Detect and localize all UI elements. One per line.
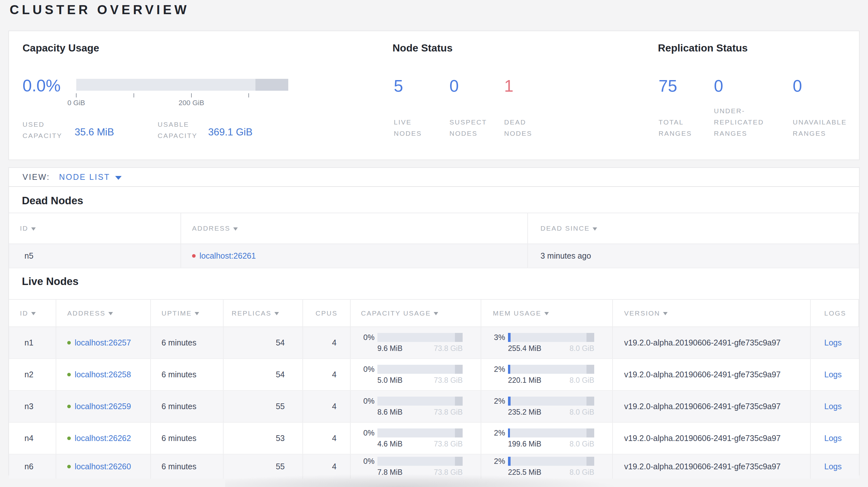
column-header-label: VERSION (624, 310, 660, 317)
capacity-meter: 0% (360, 333, 463, 342)
capacity-meter-reserved (455, 457, 463, 466)
logs-cell: Logs (811, 423, 859, 454)
sort-desc-icon (434, 312, 438, 315)
node-address-link[interactable]: localhost:26259 (75, 402, 131, 411)
mem-used-value: 255.4 MiB (508, 344, 541, 353)
column-header[interactable]: VERSION (613, 300, 811, 326)
column-header-label: MEM USAGE (493, 310, 541, 317)
capacity-meter: 0% (360, 397, 463, 405)
capacity-meter-track (377, 333, 463, 342)
node-address-cell: localhost:26261 (181, 244, 528, 268)
logs-link[interactable]: Logs (824, 462, 842, 471)
view-label: VIEW: (23, 172, 50, 182)
mem-used-value: 225.5 MiB (508, 468, 541, 477)
column-header-label: ADDRESS (192, 225, 230, 232)
chevron-down-icon (115, 176, 122, 180)
node-address-link[interactable]: localhost:26258 (75, 370, 131, 379)
column-header[interactable]: ADDRESS (56, 300, 151, 326)
table-row: n1 localhost:26257 6 minutes 54 4 0% (9, 327, 859, 359)
axis-tick-mark (191, 93, 192, 97)
mem-total-value: 8.0 GiB (569, 344, 594, 353)
node-id-cell: n1 (9, 327, 56, 358)
column-header[interactable]: ID (9, 300, 56, 326)
view-selector-dropdown[interactable]: NODE LIST (59, 172, 122, 182)
capacity-total-value: 73.8 GiB (434, 468, 463, 477)
logs-link[interactable]: Logs (824, 370, 842, 379)
sort-desc-icon (544, 312, 549, 315)
version-cell: v19.2.0-alpha.20190606-2491-gfe735c9a97 (613, 391, 811, 422)
uptime-cell: 6 minutes (151, 391, 224, 422)
stat-value: 5 (394, 76, 450, 96)
stat-label: TOTAL RANGES (658, 107, 692, 139)
column-header[interactable]: DEAD SINCE (528, 213, 859, 244)
logs-link[interactable]: Logs (824, 338, 842, 347)
column-header-label: UPTIME (161, 310, 192, 317)
capacity-meter: 0% (360, 365, 463, 374)
capacity-meter-reserved (455, 397, 463, 405)
stat-value: 0 (450, 76, 504, 96)
live-nodes-heading: Live Nodes (22, 274, 859, 289)
capacity-meter-track (377, 457, 463, 466)
column-header: LOGS (811, 300, 859, 326)
mem-usage-cell: 2% 235.2 MiB 8.0 GiB (481, 391, 613, 422)
uptime-cell: 6 minutes (151, 359, 224, 390)
mem-meter: 2% (491, 365, 594, 374)
column-header[interactable]: MEM USAGE (481, 300, 613, 326)
mem-meter-fill (508, 397, 510, 405)
column-header[interactable]: ID (9, 213, 181, 244)
dead-node-dot-icon (192, 254, 196, 258)
node-address-link[interactable]: localhost:26261 (199, 251, 256, 261)
replication-stat: 75 TOTAL RANGES (658, 76, 714, 152)
mem-meter-track (508, 397, 594, 405)
mem-total-value: 8.0 GiB (569, 440, 594, 448)
capacity-used-value: 8.6 MiB (377, 408, 402, 417)
logs-link[interactable]: Logs (824, 402, 842, 411)
dead-nodes-heading: Dead Nodes (22, 194, 859, 208)
column-header-label: LOGS (824, 310, 846, 317)
capacity-total-value: 73.8 GiB (434, 344, 463, 353)
cpus-cell: 4 (303, 391, 351, 422)
stat-value: 0 (714, 76, 793, 96)
column-header[interactable]: CAPACITY USAGE (351, 300, 481, 326)
sort-desc-icon (233, 227, 238, 231)
cpus-cell: 4 (303, 455, 351, 479)
capacity-usage-cell: 0% 9.6 MiB 73.8 GiB (351, 327, 481, 358)
capacity-meter-track (377, 365, 463, 374)
capacity-used-value: 5.0 MiB (377, 376, 402, 385)
column-header-label: DEAD SINCE (540, 225, 590, 232)
cpus-cell: 4 (303, 423, 351, 454)
node-id-cell: n4 (9, 423, 56, 454)
capacity-meter-reserved (455, 365, 463, 374)
dead-nodes-table-header: ID ADDRESS DEAD SINCE (9, 213, 859, 244)
stat-label: UNAVAILABLE RANGES (793, 107, 847, 139)
dead-nodes-table: ID ADDRESS DEAD SINCE n5 (9, 213, 859, 268)
node-status-title: Node Status (393, 41, 453, 55)
node-address-link[interactable]: localhost:26262 (75, 433, 131, 443)
node-address-link[interactable]: localhost:26260 (75, 462, 131, 471)
capacity-total-value: 73.8 GiB (434, 440, 463, 448)
replicas-cell: 54 (224, 327, 303, 358)
column-header[interactable]: ADDRESS (181, 213, 528, 244)
node-address-link[interactable]: localhost:26257 (75, 338, 131, 347)
stat-label: LIVE NODES (394, 107, 422, 139)
usable-capacity-label: USABLE CAPACITY (158, 119, 197, 141)
table-row: n6 localhost:26260 6 minutes 55 4 0% (9, 455, 859, 479)
mem-percent: 2% (491, 397, 505, 405)
nodes-tables-block: Dead Nodes ID ADDRESS DEAD SINCE (8, 187, 860, 476)
mem-meter-fill (508, 365, 510, 374)
column-header[interactable]: UPTIME (151, 300, 224, 326)
node-id-cell: n6 (9, 455, 56, 479)
live-node-dot-icon (67, 436, 71, 440)
column-header-label: REPLICAS (231, 310, 272, 317)
node-address-cell: localhost:26259 (56, 391, 151, 422)
sort-desc-icon (593, 227, 597, 231)
mem-meter-fill (508, 428, 510, 437)
mem-meter-track (508, 333, 594, 342)
node-id-cell: n5 (9, 244, 181, 268)
mem-total-value: 8.0 GiB (569, 408, 594, 417)
logs-link[interactable]: Logs (824, 433, 842, 443)
column-header[interactable]: REPLICAS (224, 300, 303, 326)
version-cell: v19.2.0-alpha.20190606-2491-gfe735c9a97 (613, 455, 811, 479)
mem-total-value: 8.0 GiB (569, 376, 594, 385)
stat-label: DEAD NODES (504, 107, 532, 139)
